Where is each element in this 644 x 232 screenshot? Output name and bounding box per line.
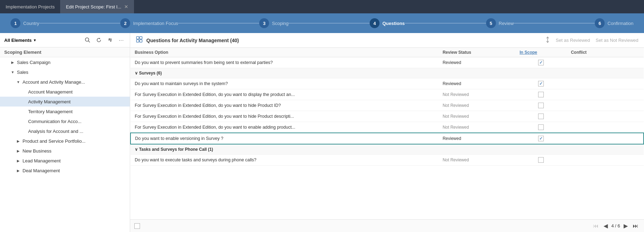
wizard-step-3[interactable]: 3 Scoping bbox=[259, 18, 288, 28]
bottom-bar: ⏮ ◀ 4 / 6 ▶ ⏭ bbox=[130, 219, 644, 232]
in-scope-cell[interactable] bbox=[515, 122, 567, 133]
step-num-2: 2 bbox=[120, 18, 130, 28]
in-scope-checkbox[interactable]: ✓ bbox=[538, 81, 544, 86]
tree-item-new-business[interactable]: ▶ New Business bbox=[0, 146, 130, 156]
in-scope-checkbox[interactable] bbox=[538, 157, 544, 163]
total-pages: 6 bbox=[618, 223, 620, 228]
tree-label-territory-management: Territory Management bbox=[28, 109, 72, 114]
left-panel: All Elements ▼ bbox=[0, 33, 130, 232]
business-option-cell: Do you want to maintain surveys in the s… bbox=[130, 78, 438, 89]
conflict-cell bbox=[567, 133, 644, 144]
more-options-icon[interactable]: ··· bbox=[117, 36, 126, 44]
all-elements-dropdown[interactable]: All Elements ▼ bbox=[4, 38, 37, 43]
in-scope-cell[interactable] bbox=[515, 111, 567, 122]
tree-toggle-icon: ▶ bbox=[15, 138, 21, 144]
review-status-cell: Not Reviewed bbox=[438, 122, 515, 133]
search-icon[interactable] bbox=[83, 36, 92, 44]
business-option-cell: For Survey Execution in Extended Edition… bbox=[130, 100, 438, 111]
col-in-scope[interactable]: In Scope bbox=[515, 48, 567, 57]
tree-item-sales[interactable]: ▼ Sales bbox=[0, 67, 130, 77]
conflict-cell bbox=[567, 155, 644, 166]
set-as-not-reviewed-link[interactable]: Set as Not Reviewed bbox=[596, 38, 638, 43]
sort-icon[interactable] bbox=[106, 36, 114, 44]
step-label-1: Country bbox=[23, 21, 39, 26]
in-scope-checkbox[interactable] bbox=[538, 92, 544, 97]
set-as-reviewed-link[interactable]: Set as Reviewed bbox=[556, 38, 590, 43]
table-row[interactable]: ∨ Tasks and Surveys for Phone Call (1) bbox=[130, 144, 644, 155]
in-scope-cell[interactable] bbox=[515, 155, 567, 166]
in-scope-checkbox[interactable]: ✓ bbox=[538, 136, 544, 141]
prev-page-icon[interactable]: ◀ bbox=[602, 222, 609, 230]
in-scope-checkbox[interactable] bbox=[538, 103, 544, 108]
in-scope-checkbox[interactable] bbox=[538, 124, 544, 130]
tree-item-activity-management[interactable]: ▶ Activity Management bbox=[0, 97, 130, 107]
table-row[interactable]: For Survey Execution in Extended Edition… bbox=[130, 122, 644, 133]
tab-bar: Implementation Projects Edit Project Sco… bbox=[0, 0, 644, 13]
business-option-cell: For Survey Execution in Extended Edition… bbox=[130, 89, 438, 100]
review-status-cell: Reviewed bbox=[438, 57, 515, 68]
business-option-cell: Do you want to prevent summaries from be… bbox=[130, 57, 438, 68]
tree-item-product-service[interactable]: ▶ Product and Service Portfolio... bbox=[0, 136, 130, 146]
tree-label-communication: Communication for Acco... bbox=[28, 119, 82, 124]
col-review-status: Review Status bbox=[438, 48, 515, 57]
right-header: Questions for Activity Management (40) S… bbox=[130, 33, 644, 48]
next-page-icon[interactable]: ▶ bbox=[622, 222, 629, 230]
tree-label-analysis: Analysis for Account and ... bbox=[28, 129, 83, 134]
in-scope-checkbox[interactable] bbox=[538, 114, 544, 119]
table-row[interactable]: For Survey Execution in Extended Edition… bbox=[130, 111, 644, 122]
table-row[interactable]: Do you want to enable versioning in Surv… bbox=[130, 133, 644, 144]
svg-rect-8 bbox=[136, 40, 139, 42]
tree-label-sales: Sales bbox=[17, 70, 28, 75]
table-row[interactable]: ∨ Surveys (6) bbox=[130, 68, 644, 78]
pagination: ⏮ ◀ 4 / 6 ▶ ⏭ bbox=[592, 222, 640, 230]
tree-toggle-icon: ▶ bbox=[15, 168, 21, 173]
tree-item-sales-campaign[interactable]: ▶ Sales Campaign bbox=[0, 57, 130, 67]
tree-toggle-icon: ▶ bbox=[15, 158, 21, 163]
in-scope-cell[interactable] bbox=[515, 100, 567, 111]
table-row[interactable]: For Survey Execution in Extended Edition… bbox=[130, 89, 644, 100]
wizard-step-6[interactable]: 6 Confirmation bbox=[595, 18, 633, 28]
in-scope-cell[interactable] bbox=[515, 89, 567, 100]
last-page-icon[interactable]: ⏭ bbox=[631, 222, 640, 230]
tree-toggle-icon: ▼ bbox=[10, 69, 15, 75]
wizard-connector-5 bbox=[514, 23, 595, 24]
tree-label-lead-management: Lead Management bbox=[23, 158, 60, 163]
wizard-step-5[interactable]: 5 Review bbox=[486, 18, 514, 28]
in-scope-cell[interactable]: ✓ bbox=[515, 78, 567, 89]
tree-item-account-management[interactable]: ▶ Account Management bbox=[0, 87, 130, 97]
table-row[interactable]: Do you want to prevent summaries from be… bbox=[130, 57, 644, 68]
tree-item-lead-management[interactable]: ▶ Lead Management bbox=[0, 156, 130, 166]
tree-item-analysis[interactable]: ▶ Analysis for Account and ... bbox=[0, 126, 130, 136]
wizard-step-4[interactable]: 4 Questions bbox=[370, 18, 405, 28]
tab-edit-project[interactable]: Edit Project Scope: First I... ✕ bbox=[60, 0, 134, 13]
conflict-cell bbox=[567, 100, 644, 111]
group-label: ∨ Tasks and Surveys for Phone Call (1) bbox=[130, 144, 644, 155]
table-row[interactable]: Do you want to maintain surveys in the s… bbox=[130, 78, 644, 89]
tree-list: ▶ Sales Campaign ▼ Sales ▼ Account and A… bbox=[0, 57, 130, 232]
in-scope-cell[interactable]: ✓ bbox=[515, 57, 567, 68]
col-conflict: Conflict bbox=[567, 48, 644, 57]
tab-impl-projects[interactable]: Implementation Projects bbox=[0, 0, 60, 13]
wizard-step-1[interactable]: 1 Country bbox=[11, 18, 39, 28]
tree-item-communication[interactable]: ▶ Communication for Acco... bbox=[0, 116, 130, 126]
select-all-checkbox[interactable] bbox=[134, 223, 140, 229]
tab-close-icon[interactable]: ✕ bbox=[124, 4, 128, 9]
step-label-3: Scoping bbox=[272, 21, 288, 26]
tree-label-deal-management: Deal Management bbox=[23, 168, 60, 173]
tree-item-deal-management[interactable]: ▶ Deal Management bbox=[0, 166, 130, 175]
in-scope-checkbox[interactable]: ✓ bbox=[538, 60, 544, 65]
table-row[interactable]: For Survey Execution in Extended Edition… bbox=[130, 100, 644, 111]
tree-item-territory-management[interactable]: ▶ Territory Management bbox=[0, 107, 130, 116]
conflict-cell bbox=[567, 89, 644, 100]
in-scope-cell[interactable]: ✓ bbox=[515, 133, 567, 144]
step-num-3: 3 bbox=[259, 18, 269, 28]
wizard-connector-1 bbox=[39, 23, 121, 24]
tree-item-account-activity[interactable]: ▼ Account and Activity Manage... bbox=[0, 77, 130, 87]
wizard-step-2[interactable]: 2 Implementation Focus bbox=[120, 18, 178, 28]
right-panel-title: Questions for Activity Management (40) bbox=[146, 38, 542, 43]
table-row[interactable]: Do you want to execute tasks and surveys… bbox=[130, 155, 644, 166]
sort-arrows-icon[interactable] bbox=[545, 37, 550, 44]
refresh-icon[interactable] bbox=[95, 36, 103, 44]
first-page-icon[interactable]: ⏮ bbox=[592, 222, 600, 230]
review-status-cell: Reviewed bbox=[438, 133, 515, 144]
